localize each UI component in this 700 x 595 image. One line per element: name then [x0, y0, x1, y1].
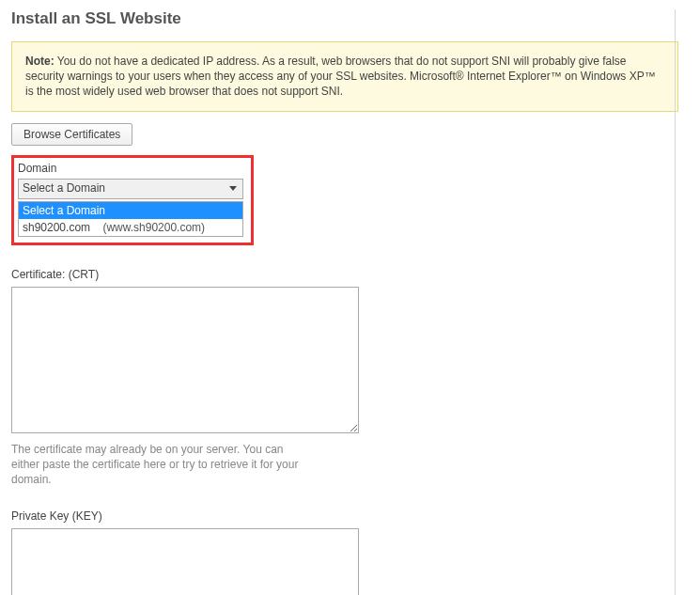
- domain-label: Domain: [18, 162, 243, 175]
- domain-dropdown: Select a Domain sh90200.com (www.sh90200…: [18, 201, 243, 237]
- certificate-textarea[interactable]: [11, 287, 359, 433]
- note-label: Note:: [25, 55, 54, 68]
- certificate-label: Certificate: (CRT): [11, 268, 689, 281]
- domain-highlight-box: Domain Select a Domain Select a Domain s…: [11, 155, 254, 245]
- domain-option-sh90200[interactable]: sh90200.com (www.sh90200.com): [19, 219, 242, 236]
- certificate-help-text: The certificate may already be on your s…: [11, 442, 303, 488]
- page-title: Install an SSL Website: [11, 9, 689, 28]
- domain-select[interactable]: Select a Domain: [18, 179, 243, 199]
- chevron-down-icon: [229, 186, 237, 191]
- domain-option-label: sh90200.com: [23, 221, 90, 234]
- domain-option-placeholder[interactable]: Select a Domain: [19, 202, 242, 219]
- domain-selected-text: Select a Domain: [23, 181, 105, 195]
- domain-option-label: Select a Domain: [23, 204, 105, 217]
- note-box: Note: You do not have a dedicated IP add…: [11, 41, 678, 112]
- browse-certificates-button[interactable]: Browse Certificates: [11, 123, 132, 146]
- note-text: You do not have a dedicated IP address. …: [25, 55, 656, 98]
- right-divider: [675, 9, 676, 595]
- domain-option-secondary: (www.sh90200.com): [102, 221, 205, 234]
- private-key-label: Private Key (KEY): [11, 509, 689, 523]
- private-key-textarea[interactable]: [11, 528, 359, 595]
